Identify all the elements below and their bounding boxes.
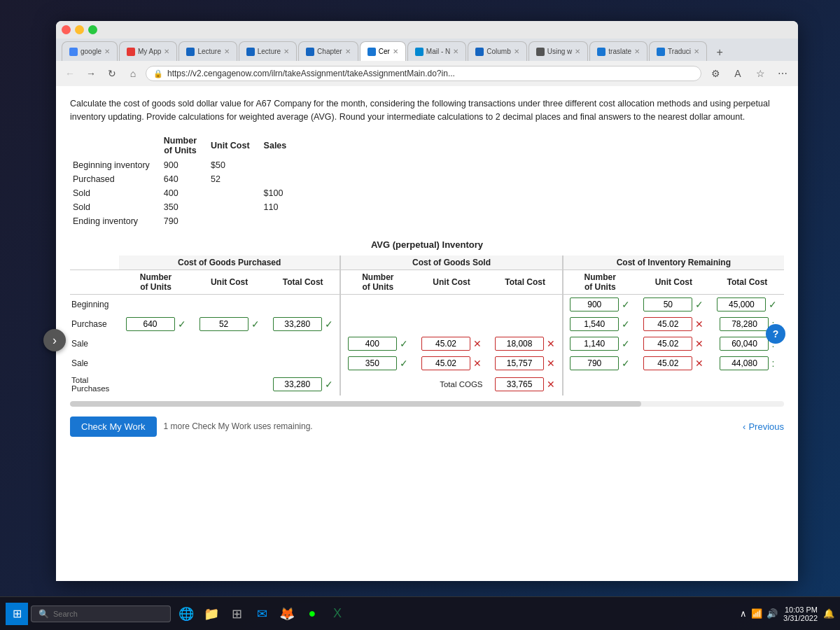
tab-myapp[interactable]: My App ✕ [119, 41, 177, 61]
sale1-rem-unitcost-input[interactable] [643, 337, 692, 351]
forward-button[interactable]: → [83, 65, 99, 82]
new-tab-button[interactable]: + [711, 44, 728, 61]
refresh-button[interactable]: ↻ [104, 65, 120, 82]
clock-time: 10:03 PM [783, 606, 818, 614]
start-button[interactable]: ⊞ [6, 603, 28, 625]
bottom-row: Check My Work 1 more Check My Work uses … [70, 412, 784, 441]
nav-arrow-left[interactable]: › [43, 329, 66, 351]
instructions-text: Calculate the cost of goods sold dollar … [70, 97, 784, 124]
purch-rem-unitcost-input[interactable] [643, 317, 692, 331]
table-row: Beginning inventory 900 $50 [70, 158, 298, 172]
check-my-work-button[interactable]: Check My Work [70, 416, 157, 437]
units-cell: 900 [161, 158, 208, 172]
taskbar-edge-icon[interactable]: 🌐 [174, 601, 199, 626]
sale1-purch-totalcost [266, 334, 340, 354]
notification-icon[interactable]: 🔔 [823, 608, 834, 619]
sale1-rem-units-check: ✓ [622, 338, 630, 349]
total-purch-totalcost-input[interactable] [273, 377, 322, 391]
row-label-header [70, 270, 119, 294]
star-button[interactable]: ☆ [750, 64, 770, 83]
back-button[interactable]: ← [62, 65, 78, 82]
taskbar-search-input[interactable] [53, 610, 151, 618]
row-label: Beginning inventory [70, 158, 161, 172]
tray-sound-icon[interactable]: 🔊 [766, 608, 778, 619]
purch-rem-unitcost-group: ✕ [643, 317, 704, 331]
tab-cer[interactable]: Cer ✕ [360, 41, 406, 61]
sale1-purch-units [119, 334, 192, 354]
taskbar-search-bar[interactable]: 🔍 [31, 606, 171, 622]
sales-cell [261, 158, 298, 172]
previous-label: Previous [748, 421, 784, 432]
url-bar[interactable]: 🔒 https://v2.cengagenow.com/ilrn/takeAss… [146, 66, 701, 81]
sale1-rem-totalcost-input[interactable] [720, 337, 769, 351]
purch-totalcost-input[interactable] [273, 317, 322, 331]
remaining-unitcost-header: Unit Cost [637, 270, 710, 294]
beg-purch-unitcost [192, 294, 266, 314]
tab-using[interactable]: Using w ✕ [528, 41, 589, 61]
sale2-rem-totalcost-input[interactable] [720, 356, 769, 370]
taskbar-mail-icon[interactable]: ✉ [249, 601, 274, 626]
beg-rem-totalcost-input[interactable] [717, 298, 766, 312]
purch-rem-units-input[interactable] [570, 317, 619, 331]
total-purch-empty2 [192, 373, 266, 396]
taskbar-excel-icon[interactable]: X [325, 601, 350, 626]
tab-mail[interactable]: Mail - N ✕ [407, 41, 466, 61]
sale1-sold-totalcost-input[interactable] [495, 337, 544, 351]
maximize-button[interactable] [88, 25, 97, 34]
unit-cost-cell [208, 214, 261, 228]
tray-network-icon[interactable]: 📶 [751, 608, 762, 619]
extensions-button[interactable]: ⚙ [706, 64, 725, 83]
beg-rem-units-input[interactable] [570, 298, 619, 312]
purch-rem-unitcost: ✕ [637, 314, 710, 334]
sale2-rem-units-input[interactable] [570, 356, 619, 370]
taskbar-grid-icon[interactable]: ⊞ [224, 601, 249, 626]
purch-unitcost-input[interactable] [200, 317, 248, 331]
taskbar-firefox-icon[interactable]: 🦊 [274, 601, 300, 626]
tab-traduci[interactable]: Traduci ✕ [649, 41, 707, 61]
total-cogs-label-cell: Total COGS [340, 373, 488, 396]
table-row-beginning: Beginning ✓ [70, 294, 784, 314]
tab-lecture1[interactable]: Lecture ✕ [178, 41, 237, 61]
total-purch-empty1 [119, 373, 192, 396]
unit-cost-cell [208, 186, 261, 200]
close-button[interactable] [62, 25, 71, 34]
purch-rem-totalcost-input[interactable] [720, 317, 769, 331]
tray-chevron-icon[interactable]: ∧ [740, 608, 747, 619]
help-icon[interactable]: ? [766, 324, 785, 344]
sale1-sold-unitcost: ✕ [414, 334, 488, 354]
sale1-sold-units-input[interactable] [348, 337, 397, 351]
minimize-button[interactable] [75, 25, 84, 34]
tab-columb[interactable]: Columb ✕ [468, 41, 526, 61]
beg-rem-totalcost: ✓ [710, 294, 784, 314]
browser-window: google ✕ My App ✕ Lecture ✕ Lecture ✕ Ch… [56, 21, 798, 581]
taskbar-file-explorer-icon[interactable]: 📁 [199, 601, 224, 626]
row-label: Sold [70, 186, 161, 200]
sale2-rem-units-check: ✓ [622, 358, 630, 369]
taskbar-app5-icon[interactable]: ● [300, 601, 325, 626]
sale2-sold-units-input[interactable] [348, 356, 397, 370]
row-label-sale2: Sale [70, 354, 119, 373]
previous-link[interactable]: ‹ Previous [743, 421, 784, 432]
tab-lecture2[interactable]: Lecture ✕ [239, 41, 297, 61]
home-button[interactable]: ⌂ [125, 65, 141, 82]
sale2-sold-totalcost-input[interactable] [495, 356, 544, 370]
sale2-sold-unitcost-input[interactable] [421, 356, 470, 370]
tab-traslate[interactable]: traslate ✕ [589, 41, 648, 61]
tab-google[interactable]: google ✕ [62, 41, 118, 61]
sale2-rem-unitcost-input[interactable] [643, 356, 692, 370]
purch-units-input[interactable] [126, 317, 175, 331]
taskbar-clock[interactable]: 10:03 PM 3/31/2022 [783, 606, 818, 622]
profile-button[interactable]: A [728, 64, 748, 83]
sale1-sold-unitcost-x: ✕ [473, 338, 482, 349]
more-button[interactable]: ⋯ [773, 64, 792, 83]
sold-totalcost-header: Total Cost [489, 270, 563, 294]
sold-units-header: Numberof Units [340, 270, 414, 294]
sale1-sold-unitcost-input[interactable] [421, 337, 470, 351]
beg-rem-unitcost-input[interactable] [643, 298, 692, 312]
total-cogs-totalcost-input[interactable] [495, 377, 544, 391]
sale1-rem-units-input[interactable] [570, 337, 619, 351]
scrollbar[interactable] [70, 401, 784, 407]
table-row: Purchased 640 52 [70, 172, 298, 186]
tab-chapter[interactable]: Chapter ✕ [298, 41, 358, 61]
beg-sold-totalcost [489, 294, 563, 314]
